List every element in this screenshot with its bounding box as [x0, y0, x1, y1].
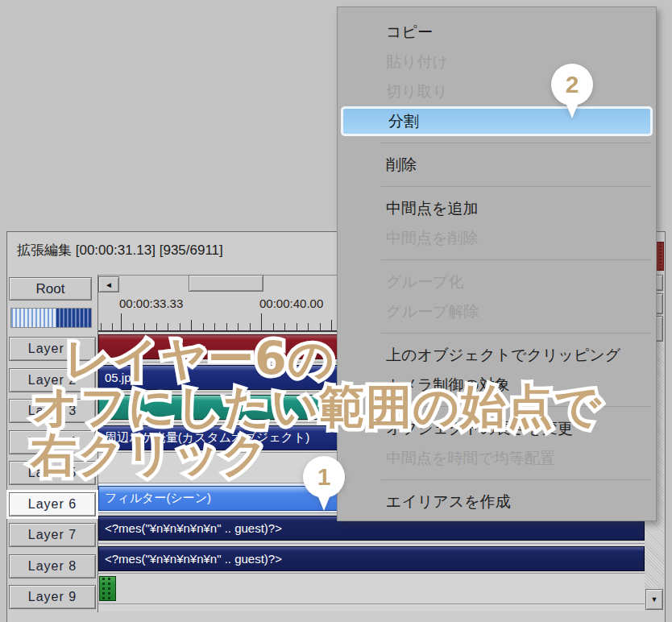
- menu-separator: [381, 479, 651, 480]
- step-badge-1-number: 1: [317, 463, 331, 491]
- hscroll-left-arrow-button[interactable]: ◄: [98, 276, 119, 292]
- menu-item[interactable]: 削除: [338, 150, 656, 180]
- layer-button-6[interactable]: Layer 6: [9, 492, 96, 516]
- timeline-object-8[interactable]: <?mes("¥n¥n¥n¥n¥n" .. guest)?>: [98, 546, 645, 571]
- menu-item: グループ解除: [338, 296, 656, 326]
- menu-separator: [381, 186, 651, 187]
- balloon-tail: [317, 493, 331, 511]
- menu-item[interactable]: 上のオブジェクトでクリッピング: [338, 340, 656, 370]
- timeline-object-label: <?mes("¥n¥n¥n¥n¥n" .. guest)?>: [105, 552, 282, 566]
- context-menu-items: コピー貼り付け切り取り分割削除中間点を追加中間点を削除グループ化グループ解除上の…: [338, 17, 656, 516]
- timeline-object-label: フィルター(シーン): [105, 491, 211, 506]
- step-badge-1: 1: [303, 456, 345, 498]
- root-button[interactable]: Root: [9, 277, 92, 301]
- timeline-object-9[interactable]: [99, 576, 116, 601]
- menu-item[interactable]: 中間点を追加: [338, 193, 656, 223]
- layer-button-8[interactable]: Layer 8: [9, 554, 96, 578]
- menu-item: 中間点を削除: [338, 223, 656, 253]
- balloon-tail: [565, 101, 579, 118]
- track-row-9[interactable]: [98, 574, 645, 604]
- annotation-line-3: 右クリック: [31, 425, 268, 487]
- left-arrow-icon: ◄: [105, 280, 113, 289]
- vscroll-down-button[interactable]: ▼: [645, 589, 663, 610]
- step-badge-2-number: 2: [566, 71, 579, 98]
- menu-separator: [381, 259, 651, 260]
- menu-item[interactable]: エイリアスを作成: [338, 487, 656, 516]
- ruler-major-tick: [121, 313, 122, 330]
- window-title: 拡張編集 [00:00:31.13] [935/6911]: [17, 241, 223, 259]
- ruler-major-tick: [261, 313, 262, 330]
- track-row-8[interactable]: <?mes("¥n¥n¥n¥n¥n" .. guest)?>: [98, 544, 645, 574]
- screen: 拡張編集 [00:00:31.13] [935/6911] Root ◄ 00:…: [0, 0, 672, 622]
- context-menu: コピー貼り付け切り取り分割削除中間点を追加中間点を削除グループ化グループ解除上の…: [337, 6, 657, 521]
- layer-button-9[interactable]: Layer 9: [9, 585, 96, 609]
- menu-separator: [381, 143, 651, 143]
- down-arrow-icon: ▼: [651, 595, 658, 603]
- step-badge-2: 2: [551, 64, 593, 106]
- menu-item: グループ化: [338, 267, 656, 296]
- menu-item[interactable]: コピー: [338, 17, 656, 47]
- gauge-light-stripes: [11, 309, 56, 327]
- timeline-zoom-gauge[interactable]: [10, 308, 92, 328]
- menu-separator: [381, 333, 651, 334]
- menu-item: 中間点を時間で均等配置: [338, 443, 656, 473]
- menu-item[interactable]: 分割: [341, 106, 653, 136]
- menu-item: 貼り付け: [338, 47, 656, 77]
- layer-button-7[interactable]: Layer 7: [9, 523, 96, 547]
- gauge-dark-stripes: [56, 309, 91, 327]
- hscroll-thumb[interactable]: [189, 275, 263, 292]
- menu-item: 切り取り: [338, 77, 656, 106]
- timeline-object-label: <?mes("¥n¥n¥n¥n¥n" .. guest)?>: [105, 521, 282, 535]
